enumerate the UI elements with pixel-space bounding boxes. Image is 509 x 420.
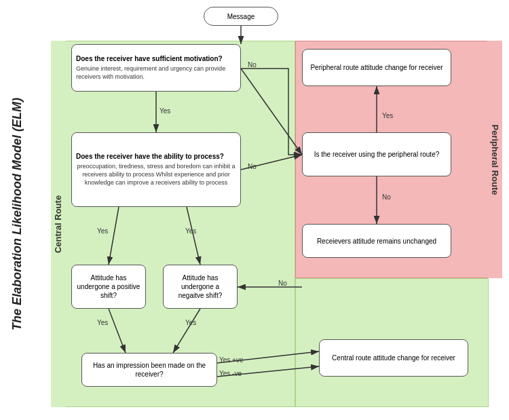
yes-minus-label: Yes -ve (219, 370, 242, 377)
peripheral-attitude-box: Peripheral route attitude change for rec… (302, 49, 451, 86)
no1-label: No (248, 61, 257, 69)
q1-sub: Genuine interest, requirement and urgenc… (76, 65, 236, 81)
central-route-label: Central Route (51, 41, 66, 407)
yes4-label: Yes (97, 319, 108, 326)
no2-label: No (248, 163, 257, 170)
yes5-label: Yes (185, 319, 196, 326)
receivers-unchanged-box: Receievers attitude remains unchanged (302, 224, 451, 258)
positive-shift-box: Attitude has undergone a positive shift? (71, 265, 146, 309)
peripheral-route-box: Is the receiver using the peripheral rou… (302, 132, 451, 176)
no3-label: No (278, 280, 287, 287)
yes2-label: Yes (97, 227, 108, 235)
vertical-title-text: The Elaboration Likelihood Model (ELM) (10, 98, 24, 330)
message-box: Message (204, 7, 278, 26)
q2-sub: preoccupation, tiredness, stress and bor… (76, 163, 236, 187)
yes-plus-label: Yes +ve (219, 356, 244, 364)
yes1-label: Yes (159, 107, 170, 115)
q1-title: Does the receiver have sufficient motiva… (76, 54, 236, 63)
no-peripheral-label: No (382, 193, 391, 201)
vertical-title: The Elaboration Likelihood Model (ELM) (0, 34, 34, 394)
q1-box: Does the receiver have sufficient motiva… (71, 44, 241, 92)
peripheral-route-text: Peripheral Route (490, 124, 500, 195)
q2-box: Does the receiver have the ability to pr… (71, 132, 241, 207)
q2-title: Does the receiver have the ability to pr… (76, 152, 236, 161)
central-route-text: Central Route (54, 195, 64, 252)
central-attitude-box: Central route attitude change for receiv… (319, 339, 468, 377)
impression-box: Has an impression been made on the recei… (81, 353, 217, 387)
peripheral-route-label: Peripheral Route (487, 41, 502, 278)
yes-peripheral-label: Yes (382, 112, 393, 119)
yes3-label: Yes (185, 227, 196, 235)
green-section (51, 41, 295, 407)
negative-shift-box: Attitude has undergone a negaitve shift? (163, 265, 238, 309)
